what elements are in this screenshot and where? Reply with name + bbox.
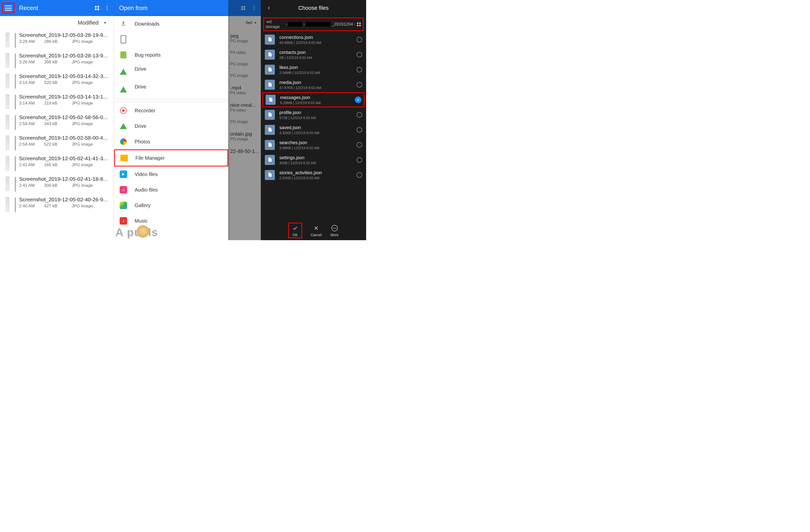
file-name: messages.json [280, 95, 355, 100]
open-from-item-drive[interactable]: Drive [114, 63, 228, 81]
list-item[interactable]: Screenshot_2019-12-05-02-58-00-4... 2:58… [0, 132, 114, 153]
file-name: saved.json [279, 125, 357, 130]
file-size: 343 kB [44, 121, 72, 126]
list-item[interactable]: Screenshot_2019-12-05-03-28-13-9... 3:28… [0, 50, 114, 71]
list-item[interactable]: Screenshot_2019-12-05-02-58-56-0... 2:58… [0, 112, 114, 132]
file-time: 2:41 AM [19, 163, 44, 167]
open-from-item-gal[interactable]: Gallery [114, 198, 228, 213]
file-item[interactable]: settings.json 355B | 12/2/19 6:02 AM [261, 152, 366, 167]
file-item[interactable]: stories_activities.json 2.52KB | 12/2/19… [261, 167, 366, 183]
list-item[interactable]: Screenshot_2019-12-05-03-28-19-9... 3:28… [0, 30, 114, 50]
document-icon [265, 80, 275, 90]
svg-rect-15 [359, 22, 361, 24]
choose-title: Choose files [274, 5, 353, 11]
phone-icon [119, 35, 128, 44]
svg-rect-1 [98, 6, 99, 7]
document-icon [265, 50, 275, 60]
svg-rect-17 [359, 25, 361, 26]
item-label: Photos [135, 139, 150, 145]
photos-icon [119, 137, 128, 146]
file-item[interactable]: profile.json 572B | 12/2/19 6:02 AM [261, 107, 366, 122]
hamburger-icon[interactable] [5, 5, 12, 11]
file-date: 12/2/19 6:02 AM [294, 71, 320, 75]
radio-icon [357, 127, 362, 133]
recent-list: Screenshot_2019-12-05-03-28-19-9... 3:28… [0, 30, 114, 240]
cancel-button[interactable]: Cancel [311, 224, 322, 237]
open-from-item-bug[interactable]: Bug reports [114, 47, 228, 63]
open-from-title: Open from [119, 4, 147, 12]
recent-panel: Recent Modified Screenshot_2019-12-05-03… [0, 0, 114, 240]
bug-icon [119, 51, 128, 59]
list-item[interactable]: Screenshot_2019-12-05-02-40-26-9... 2:40… [0, 194, 114, 215]
svg-rect-0 [95, 6, 97, 7]
thumbnail [1, 73, 14, 89]
open-from-item-phone[interactable] [114, 32, 228, 47]
file-name: connections.json [279, 35, 357, 40]
item-label [135, 37, 170, 43]
more-button[interactable]: More [330, 224, 339, 237]
thumbnail [1, 94, 14, 109]
list-item[interactable]: Screenshot_2019-12-05-03-14-13-1... 3:14… [0, 91, 114, 112]
open-from-item-mus[interactable]: ♪ Music [114, 213, 228, 229]
file-time: 2:58 AM [19, 142, 44, 147]
file-size: 165 kB [44, 163, 72, 167]
sort-row[interactable]: Modified [0, 16, 114, 30]
file-name: Screenshot_2019-12-05-02-41-41-3... [19, 155, 112, 162]
document-icon [265, 155, 275, 165]
open-from-item-fm[interactable]: File Manager [114, 149, 228, 166]
svg-rect-16 [357, 25, 359, 26]
grid-view-icon[interactable] [356, 21, 361, 27]
thumbnail [1, 32, 14, 48]
open-from-item-drive[interactable]: Drive [114, 81, 228, 98]
check-icon [291, 224, 299, 232]
file-size: 319 kB [44, 101, 72, 106]
file-time: 2:58 AM [19, 121, 44, 126]
file-item[interactable]: saved.json 3.32KB | 12/2/19 6:02 AM [261, 122, 366, 137]
view-grid-icon[interactable] [92, 3, 102, 13]
document-icon [265, 140, 275, 150]
file-item[interactable]: media.json 47.97KB | 12/2/19 6:02 AM [261, 77, 366, 92]
open-from-item-rec[interactable]: Recorder [114, 103, 228, 118]
open-from-item-photos[interactable]: Photos [114, 134, 228, 149]
file-item[interactable]: connections.json 43.98KB | 12/2/19 6:02 … [261, 32, 366, 47]
list-item[interactable]: Screenshot_2019-12-05-03-14-32-3... 3:14… [0, 71, 114, 91]
svg-point-19 [333, 228, 334, 228]
ok-button[interactable]: OK [288, 222, 302, 238]
file-item[interactable]: searches.json 3.98KB | 12/2/19 6:02 AM [261, 137, 366, 152]
file-item[interactable]: likes.json 2.04MB | 12/2/19 6:02 AM [261, 62, 366, 77]
file-time: 3:14 AM [19, 101, 44, 106]
file-type: JPG image [72, 121, 93, 126]
open-from-item-download[interactable]: Downloads [114, 16, 228, 32]
list-item[interactable]: Screenshot_2019-12-05-02-41-41-3... 2:41… [0, 153, 114, 173]
file-type: JPG image [72, 39, 93, 44]
open-from-panel: Open from Downloads Bug reports Drive Dr… [114, 0, 228, 240]
document-icon [265, 125, 275, 135]
mus-icon: ♪ [119, 217, 128, 225]
svg-point-21 [335, 228, 336, 228]
back-icon[interactable] [264, 3, 274, 13]
breadcrumb[interactable]: ·ed storage › › _20191204 › [263, 18, 363, 31]
file-item[interactable]: contacts.json 2B | 12/2/19 6:02 AM [261, 47, 366, 62]
list-item[interactable]: Screenshot_2019-12-05-02-41-18-8... 2:41… [0, 173, 114, 194]
thumbnail [1, 155, 14, 171]
more-vert-icon[interactable] [102, 3, 112, 13]
svg-rect-3 [98, 9, 99, 10]
file-type: JPG image [72, 142, 93, 147]
file-name: profile.json [279, 110, 357, 115]
svg-rect-14 [357, 22, 359, 24]
thumbnail [1, 114, 14, 130]
file-size: 286 kB [44, 39, 72, 44]
file-item[interactable]: messages.json 6.29MB | 12/2/19 6:02 AM [262, 92, 364, 107]
file-name: Screenshot_2019-12-05-02-58-00-4... [19, 135, 112, 141]
radio-icon [357, 112, 362, 118]
file-date: 12/2/19 6:02 AM [287, 56, 312, 60]
open-from-item-aud[interactable]: ♫ Audio files [114, 182, 228, 198]
open-from-item-drive[interactable]: Drive [114, 118, 228, 134]
thumbnail [1, 176, 14, 192]
checked-icon [355, 97, 361, 103]
open-from-item-vid[interactable]: Video files [114, 166, 228, 182]
radio-icon [357, 37, 362, 43]
breadcrumb-segment: ·ed storage [265, 19, 285, 29]
dimmed-recent-panel: fied pegPG imageP4 videoPG imagePG image… [228, 0, 261, 240]
file-name: Screenshot_2019-12-05-02-58-56-0... [19, 114, 112, 120]
